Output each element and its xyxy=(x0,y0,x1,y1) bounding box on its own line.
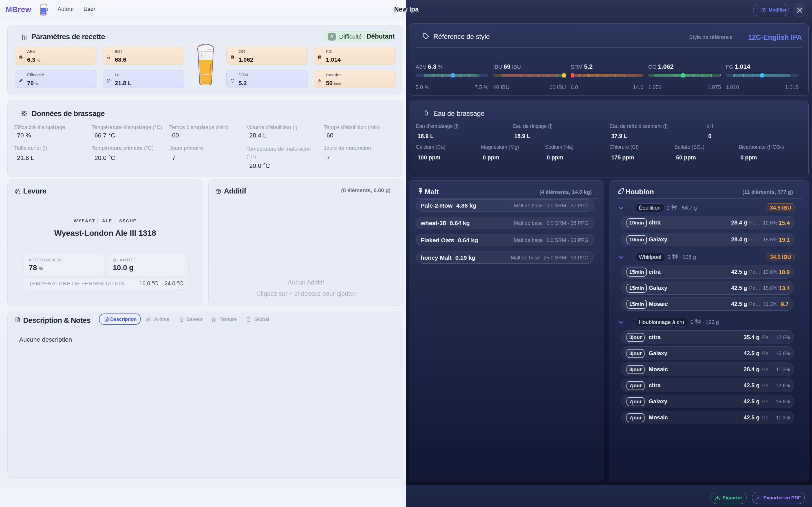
svg-text:BEER: BEER xyxy=(202,73,209,76)
svg-text:BREW: BREW xyxy=(42,12,45,13)
